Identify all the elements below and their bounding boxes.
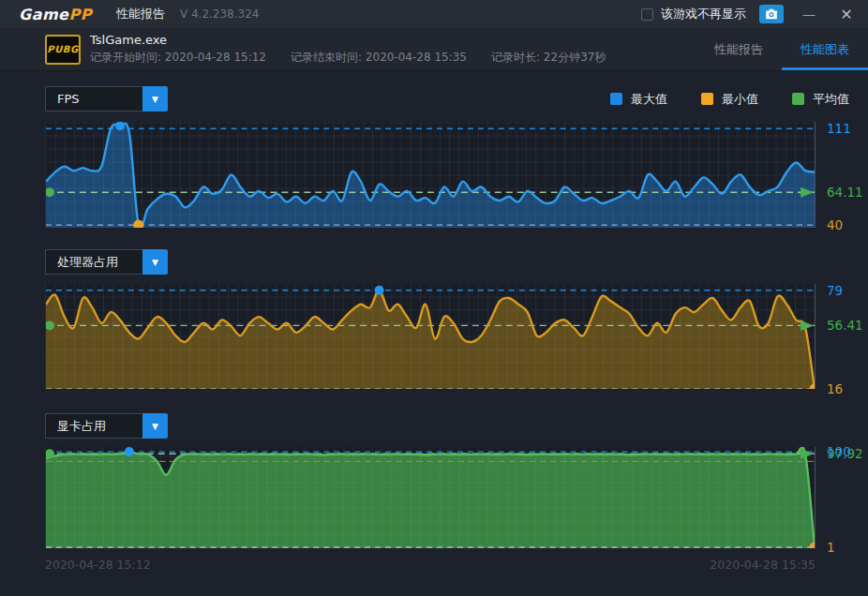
legend-item-min: 最小值 [701,91,758,108]
window-title: 性能报告 [116,6,165,22]
metric-dropdown-fps[interactable]: FPS ▼ [45,86,168,112]
gamepp-logo: GamePP [19,6,92,23]
cpu-chart [45,284,816,389]
cpu-max-marker [375,286,384,295]
record-duration: 记录时长: 22分钟37秒 [491,50,606,66]
fps-avg-value-label: 64.11 [827,184,863,201]
minimize-button[interactable]: — [797,7,821,22]
gpu-grid [46,447,815,548]
legend: 最大值 最小值 平均值 [610,91,849,108]
chevron-down-icon[interactable]: ▼ [142,413,168,439]
gpu-max-marker [125,447,134,456]
gpu-max-value-label: 100 [827,443,851,460]
gpu-chart-labels: 97.921100 [821,447,868,548]
dont-show-label[interactable]: 该游戏不再显示 [661,6,746,22]
game-name: TslGame.exe [90,33,606,47]
cpu-max-value-label: 79 [827,282,843,299]
cpu-chart-labels: 56.411679 [821,284,868,389]
pubg-game-icon: PUBG [45,35,81,65]
gpu-chart [45,447,816,548]
chevron-down-icon[interactable]: ▼ [142,86,168,112]
axis-end-time: 2020-04-28 15:35 [710,558,816,572]
screenshot-button[interactable] [759,5,784,23]
metric-dropdown-cpu[interactable]: 处理器占用 ▼ [45,249,168,275]
close-button[interactable]: ✕ [834,6,859,23]
gpu-min-value-label: 1 [827,539,835,556]
metric-dropdown-gpu[interactable]: 显卡占用 ▼ [45,413,168,439]
infobar: PUBG TslGame.exe 记录开始时间: 2020-04-28 15:1… [0,28,868,71]
tab-performance-chart[interactable]: 性能图表 [782,28,868,70]
report-tabs: 性能报告 性能图表 [696,28,868,70]
time-axis: 2020-04-28 15:12 2020-04-28 15:35 [45,558,816,572]
tab-performance-report[interactable]: 性能报告 [696,28,782,70]
cpu-avg-arrow [801,320,814,331]
fps-max-value-label: 111 [827,120,851,137]
record-start-time: 记录开始时间: 2020-04-28 15:12 [90,50,266,66]
legend-item-avg: 平均值 [792,91,849,108]
fps-chart [45,122,816,228]
cpu-grid [46,284,815,389]
cpu-min-value-label: 16 [827,380,843,397]
metric-dropdown-gpu-label: 显卡占用 [45,413,142,439]
version-text: V 4.2.238.324 [180,7,260,21]
axis-start-time: 2020-04-28 15:12 [45,558,151,572]
min-swatch [701,93,713,105]
fps-chart-labels: 64.1140111 [821,122,868,228]
titlebar: GamePP 性能报告 V 4.2.238.324 该游戏不再显示 — ✕ [0,0,868,28]
cpu-avg-value-label: 56.41 [827,317,863,334]
fps-grid [46,122,815,228]
max-swatch [610,93,622,105]
dont-show-checkbox[interactable] [641,8,653,21]
record-end-time: 记录结束时间: 2020-04-28 15:35 [291,50,467,66]
avg-swatch [792,93,804,105]
fps-min-value-label: 40 [827,216,843,233]
metric-dropdown-cpu-label: 处理器占用 [45,249,142,275]
chart-area: FPS ▼ 最大值 最小值 平均值 64.1140111 处理器占用 ▼ 56.… [0,71,868,596]
gamepp-window: GamePP 性能报告 V 4.2.238.324 该游戏不再显示 — ✕ PU… [0,0,868,596]
metric-dropdown-fps-label: FPS [45,86,142,112]
legend-item-max: 最大值 [610,91,667,108]
chevron-down-icon[interactable]: ▼ [142,249,168,275]
camera-icon [765,8,778,20]
gpu-avg-arrow [801,449,814,459]
